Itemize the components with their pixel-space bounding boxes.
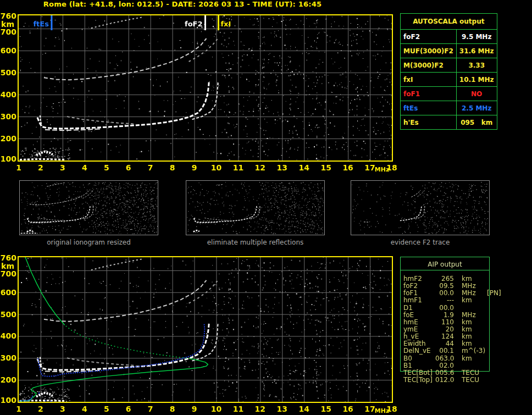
autoscala-row-h'Es: h'Es095 km: [401, 115, 497, 130]
autoscala-value: 9.5 MHz: [456, 30, 497, 44]
autoscala-row-ftEs: ftEs2.5 MHz: [401, 101, 497, 115]
aip-unit: km: [462, 319, 486, 326]
aip-label: DelN_vE: [403, 347, 435, 355]
autoscala-value: 2.5 MHz: [456, 101, 497, 115]
thumbnail-canvas-original: [20, 181, 158, 235]
aip-row-foE: foE1.9MHz: [403, 312, 530, 319]
autoscala-header: AUTOSCALA output: [401, 14, 497, 30]
autoscala-row-fxI: fxI10.1 MHz: [401, 73, 497, 87]
aip-header: AIP output: [400, 258, 490, 270]
aip-row-B1: B102.0: [403, 362, 530, 369]
aip-value: 012.0: [435, 377, 454, 384]
aip-value: 02.0: [435, 362, 454, 369]
aip-rows: hmF2265kmfoF209.5MHzfoF100.0MHz[PN]hmF1-…: [403, 275, 530, 384]
thumbnail-caption-f2-trace: evidence F2 trace: [351, 239, 490, 246]
autoscala-value: 10.1 MHz: [456, 73, 497, 87]
aip-label: D1: [403, 305, 435, 312]
autoscala-label: foF1: [401, 87, 457, 101]
thumbnail-panel-original: [19, 180, 158, 235]
aip-unit: TECU: [462, 377, 486, 384]
autoscala-value: 3.33: [456, 58, 497, 73]
aip-row-TEC[Bot]: TEC[Bot]005.6TECU: [403, 369, 530, 377]
aip-label: hmF1: [403, 297, 435, 304]
autoscala-value: 31.6 MHz: [456, 44, 497, 58]
aip-value: 110: [435, 319, 454, 326]
aip-label: foE: [403, 312, 435, 319]
autoscala-row-foF2: foF29.5 MHz: [401, 30, 497, 44]
thumbnail-canvas-f2-trace: [351, 181, 489, 235]
aip-label: B1: [403, 362, 435, 369]
aip-value: 005.6: [435, 369, 454, 377]
autoscala-label: ftEs: [401, 101, 457, 115]
autoscala-value: NO: [456, 87, 497, 101]
autoscala-table: AUTOSCALA outputfoF29.5 MHzMUF(3000)F231…: [400, 13, 497, 130]
aip-unit: km: [462, 355, 486, 362]
aip-unit: MHz: [462, 312, 486, 319]
aip-row-D1: D100.0: [403, 305, 530, 312]
autoscala-row-foF1: foF1NO: [401, 87, 497, 101]
autoscala-label: fxI: [401, 73, 457, 87]
autoscala-label: MUF(3000)F2: [401, 44, 457, 58]
page-title: Rome (lat: +41.8, lon: 012.5) - DATE: 20…: [0, 0, 365, 8]
thumbnail-caption-no-multiples: eliminate multiple reflections: [186, 239, 325, 246]
aip-value: 063.0: [435, 355, 454, 362]
aip-row-hmE: hmE110km: [403, 319, 530, 326]
aip-unit: km: [462, 297, 486, 304]
aip-label: TEC[Top]: [403, 377, 435, 384]
aip-value: 1.9: [435, 312, 454, 319]
aip-extra: [PN]: [487, 290, 501, 297]
aip-value: ---: [435, 297, 454, 304]
aip-unit: TECU: [462, 369, 486, 377]
autoscala-row-MUF(3000)F2: MUF(3000)F231.6 MHz: [401, 44, 497, 58]
aip-label: B0: [403, 355, 435, 362]
aip-row-TEC[Top]: TEC[Top]012.0TECU: [403, 377, 530, 384]
ionogram-bottom-canvas: [0, 248, 401, 415]
autoscala-value: 095 km: [456, 115, 497, 130]
aip-unit: [462, 362, 486, 369]
autoscala-label: h'Es: [401, 115, 457, 130]
aip-value: 00.0: [435, 305, 454, 312]
aip-unit: m^(-3): [462, 347, 486, 355]
autoscala-screen: Rome (lat: +41.8, lon: 012.5) - DATE: 20…: [0, 0, 532, 415]
autoscala-label: foF2: [401, 30, 457, 44]
aip-unit: [462, 305, 486, 312]
autoscala-label: M(3000)F2: [401, 58, 457, 73]
thumbnail-canvas-no-multiples: [186, 181, 324, 235]
thumbnail-panel-f2-trace: [351, 180, 490, 235]
aip-value: 00.1: [435, 347, 454, 355]
aip-row-hmF1: hmF1---km: [403, 297, 530, 304]
ionogram-top-canvas: [0, 8, 401, 174]
aip-row-B0: B0063.0km: [403, 355, 530, 362]
aip-label: hmE: [403, 319, 435, 326]
thumbnail-caption-original: original ionogram resized: [19, 239, 158, 246]
aip-row-DelN_vE: DelN_vE00.1m^(-3): [403, 347, 530, 355]
autoscala-row-M(3000)F2: M(3000)F23.33: [401, 58, 497, 73]
aip-label: TEC[Bot]: [403, 369, 435, 377]
thumbnail-panel-no-multiples: [186, 180, 325, 235]
